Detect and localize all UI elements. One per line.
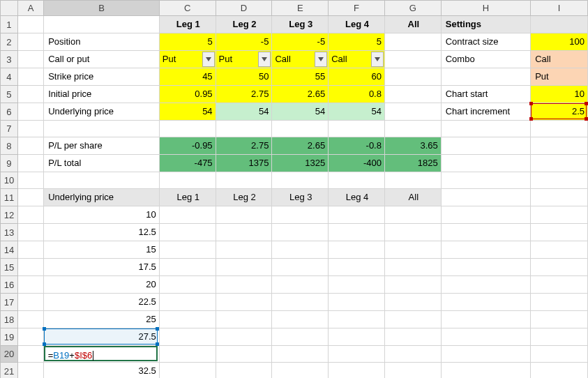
under-l2[interactable]: 54 [216,103,272,120]
header-leg2: Leg 2 [216,16,272,33]
col-E[interactable]: E [272,1,329,16]
label-chart-start: Chart start [442,86,530,103]
under-l4[interactable]: 54 [329,103,384,120]
row-18[interactable]: 18 [1,311,18,328]
header-leg3: Leg 3 [272,16,328,33]
pltotal-l3: 1325 [272,155,328,172]
h2-leg3: Leg 3 [272,189,328,206]
row-15[interactable]: 15 [1,259,18,276]
formula-edit-cell[interactable]: =B19+$I$6 [44,346,158,361]
row-4[interactable]: 4 [1,68,18,86]
header-settings: Settings [442,16,530,33]
row-7[interactable]: 7 [1,121,18,137]
combo-call[interactable]: Call [531,51,587,68]
row-16[interactable]: 16 [1,276,18,294]
dropdown-icon[interactable] [371,52,384,67]
position-l4[interactable]: 5 [329,33,384,50]
init-l2[interactable]: 2.75 [216,86,272,103]
row-19[interactable]: 19 [1,328,18,346]
h2-leg4: Leg 4 [329,189,384,206]
label-pl-total: P/L total [44,155,159,172]
header-leg1: Leg 1 [160,16,216,33]
strike-l4[interactable]: 60 [329,68,384,85]
row-12[interactable]: 12 [1,206,18,224]
dropdown-icon[interactable] [202,52,215,67]
chart-increment-val[interactable]: 2.5 [531,103,587,120]
dropdown-icon[interactable] [258,52,271,67]
label-call-or-put: Call or put [44,51,159,68]
series-b12[interactable]: 10 [44,206,159,223]
series-b16[interactable]: 20 [44,276,159,293]
init-l4[interactable]: 0.8 [329,86,384,103]
series-b15[interactable]: 17.5 [44,259,159,275]
callput-l2-cell[interactable]: Put [216,51,272,68]
plshare-all: 3.65 [385,137,441,154]
callput-l3-cell[interactable]: Call [272,51,329,68]
strike-l2[interactable]: 50 [216,68,272,85]
row-1[interactable]: 1 [1,16,18,33]
callput-l1-cell[interactable]: Put [159,51,216,68]
series-b21[interactable]: 32.5 [44,363,159,378]
series-b14[interactable]: 15 [44,241,159,258]
series-b17[interactable]: 22.5 [44,294,159,310]
row-3[interactable]: 3 [1,51,18,68]
series-b18[interactable]: 25 [44,311,159,328]
header-leg4: Leg 4 [329,16,384,33]
row-9[interactable]: 9 [1,155,18,172]
formula-ref-i6: $I$6 [75,350,92,361]
label-position: Position [44,33,159,50]
callput-l4-cell[interactable]: Call [329,51,385,68]
header-all: All [385,16,441,33]
row-8[interactable]: 8 [1,137,18,155]
row-20[interactable]: 20 [1,346,18,363]
col-F[interactable]: F [329,1,385,16]
position-l2[interactable]: -5 [216,33,272,50]
plshare-l4: -0.8 [329,137,384,154]
row-5[interactable]: 5 [1,86,18,103]
col-I[interactable]: I [531,1,588,16]
formula-op: + [69,350,75,361]
label-contract-size: Contract size [442,33,530,50]
row-14[interactable]: 14 [1,241,18,259]
spreadsheet-grid[interactable]: A B C D E F G H I 1 Leg 1 Leg 2 Leg 3 Le… [0,0,588,378]
col-H[interactable]: H [441,1,530,16]
contract-size-val[interactable]: 100 [531,33,587,50]
chart-start-val[interactable]: 10 [531,86,587,103]
init-l1[interactable]: 0.95 [160,86,216,103]
series-b13[interactable]: 12.5 [44,224,159,241]
under-l3[interactable]: 54 [272,103,328,120]
under-l1[interactable]: 54 [160,103,216,120]
dropdown-icon[interactable] [315,52,327,67]
col-D[interactable]: D [216,1,272,16]
combo-put[interactable]: Put [531,68,587,85]
text-cursor [93,351,93,361]
column-headers[interactable]: A B C D E F G H I [1,1,588,16]
plshare-l2: 2.75 [216,137,272,154]
label-chart-increment: Chart increment [442,103,530,120]
row-11[interactable]: 11 [1,189,18,206]
label-combo: Combo [442,51,530,68]
row-6[interactable]: 6 [1,103,18,121]
plshare-l3: 2.65 [272,137,328,154]
col-G[interactable]: G [384,1,441,16]
h2-leg2: Leg 2 [216,189,272,206]
pltotal-l4: -400 [329,155,384,172]
row-2[interactable]: 2 [1,33,18,51]
row-21[interactable]: 21 [1,363,18,379]
label-underlying-2: Underlying price [44,189,159,206]
pltotal-l2: 1375 [216,155,272,172]
formula-ref-b19: B19 [53,350,69,361]
label-strike: Strike price [44,68,159,85]
row-17[interactable]: 17 [1,294,18,311]
strike-l1[interactable]: 45 [160,68,216,85]
series-b19[interactable]: 27.5 [44,328,159,345]
col-A[interactable]: A [17,1,43,16]
row-10[interactable]: 10 [1,172,18,189]
col-B[interactable]: B [44,1,160,16]
position-l3[interactable]: -5 [272,33,328,50]
position-l1[interactable]: 5 [160,33,216,50]
col-C[interactable]: C [159,1,216,16]
strike-l3[interactable]: 55 [272,68,328,85]
row-13[interactable]: 13 [1,224,18,241]
init-l3[interactable]: 2.65 [272,86,328,103]
